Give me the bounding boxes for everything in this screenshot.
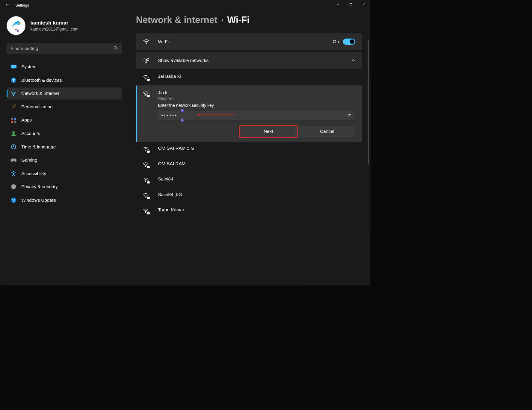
wifi-icon [10, 90, 17, 97]
sidebar-item-gaming[interactable]: Gaming [7, 154, 122, 166]
scrollbar[interactable] [368, 40, 369, 165]
wifi-secured-icon [143, 161, 150, 169]
svg-point-22 [146, 43, 146, 44]
user-profile[interactable]: kamlesh kumar kamlesh2011@gmail.com [7, 16, 122, 35]
cancel-button[interactable]: Cancel [299, 126, 355, 137]
sidebar-item-label: Gaming [21, 157, 37, 163]
wifi-toggle-card: Wi-Fi On [136, 33, 362, 50]
sidebar-item-label: Accounts [21, 131, 40, 136]
nav-list: System Bluetooth & devices Network & int… [7, 61, 122, 206]
svg-point-30 [145, 151, 146, 151]
bluetooth-icon [10, 77, 17, 83]
shield-icon [10, 184, 17, 190]
brush-icon [10, 104, 17, 110]
gamepad-icon [10, 157, 17, 163]
sidebar-item-label: System [21, 64, 37, 69]
svg-point-28 [349, 114, 350, 116]
sidebar-item-time[interactable]: Time & language [7, 141, 122, 153]
network-item-expanded[interactable]: JioJi Secured Enter the network security… [136, 85, 362, 142]
wifi-toggle[interactable] [343, 39, 355, 45]
svg-rect-37 [147, 197, 149, 199]
sidebar-item-label: Time & language [21, 144, 56, 150]
wifi-secured-icon [143, 177, 150, 184]
wifi-secured-icon [143, 146, 150, 154]
sidebar-item-system[interactable]: System [7, 61, 122, 73]
svg-rect-39 [147, 212, 149, 214]
wifi-secured-icon [143, 208, 150, 215]
network-name: Tarun Kumar [158, 207, 185, 213]
minimize-button[interactable] [332, 0, 344, 9]
wifi-label: Wi-Fi [158, 39, 333, 44]
svg-rect-14 [14, 118, 16, 120]
svg-rect-15 [11, 121, 13, 123]
sidebar-item-accessibility[interactable]: Accessibility [7, 168, 122, 180]
search-icon [114, 46, 118, 51]
network-item[interactable]: OM SAI RAM 5 G [136, 142, 362, 157]
sidebar-item-label: Bluetooth & devices [21, 78, 62, 83]
sidebar-item-label: Privacy & security [21, 184, 58, 189]
network-item[interactable]: Saini84_5G [136, 188, 362, 204]
show-networks-card[interactable]: Show available networks [136, 52, 362, 69]
chevron-up-icon [351, 58, 355, 63]
network-name: Saini84_5G [158, 192, 182, 197]
svg-point-20 [13, 171, 14, 172]
breadcrumb-parent[interactable]: Network & internet [136, 15, 217, 25]
svg-point-23 [146, 59, 147, 60]
network-item[interactable]: Jai Baba Ki [136, 70, 362, 86]
svg-rect-35 [147, 182, 149, 183]
network-list: Jai Baba Ki JioJi Secured Enter the netw… [136, 70, 362, 219]
sidebar-item-label: Accessibility [21, 171, 46, 176]
wifi-secured-icon [143, 74, 150, 82]
wifi-secured-icon [143, 192, 150, 200]
next-button[interactable]: Next [240, 126, 297, 137]
svg-rect-27 [147, 95, 149, 97]
chevron-right-icon: › [221, 16, 223, 24]
show-networks-label: Show available networks [158, 58, 352, 63]
sidebar-item-label: Personalization [21, 104, 53, 110]
svg-point-24 [145, 79, 146, 79]
wifi-secured-icon [143, 90, 150, 98]
sidebar-item-network[interactable]: Network & internet [7, 87, 122, 99]
sidebar-item-label: Windows Update [21, 198, 56, 203]
system-icon [10, 64, 17, 70]
sidebar-item-apps[interactable]: Apps [7, 114, 122, 126]
annotation-marker [180, 119, 184, 122]
svg-rect-25 [147, 79, 149, 81]
search-input[interactable] [10, 46, 114, 51]
sidebar-item-update[interactable]: Windows Update [7, 194, 122, 206]
breadcrumb-current: Wi-Fi [227, 15, 250, 25]
security-prompt: Enter the network security key [158, 103, 214, 108]
wifi-state: On [333, 39, 339, 44]
antenna-icon [143, 57, 150, 64]
breadcrumb: Network & internet › Wi-Fi [136, 15, 362, 25]
password-field[interactable] [158, 111, 355, 120]
annotation-marker [180, 109, 184, 112]
sidebar-item-accounts[interactable]: Accounts [7, 127, 122, 139]
sidebar-item-label: Network & internet [21, 91, 59, 96]
svg-rect-9 [10, 65, 16, 69]
reveal-password-icon[interactable] [347, 113, 352, 117]
title-bar: Settings [0, 0, 370, 10]
network-item[interactable]: Saini84 [136, 173, 362, 188]
svg-point-32 [145, 166, 146, 166]
sidebar-item-bluetooth[interactable]: Bluetooth & devices [7, 74, 122, 86]
network-item[interactable]: OM SAI RAM [136, 157, 362, 173]
sidebar-item-personalization[interactable]: Personalization [7, 101, 122, 113]
svg-rect-10 [13, 68, 14, 69]
password-input[interactable] [161, 113, 347, 118]
svg-point-5 [18, 22, 19, 23]
network-name: JioJi [158, 90, 214, 95]
maximize-button[interactable] [344, 0, 357, 9]
sidebar-item-privacy[interactable]: Privacy & security [7, 181, 122, 193]
close-button[interactable] [357, 0, 370, 9]
svg-point-36 [145, 197, 146, 197]
search-box[interactable] [7, 43, 122, 54]
network-item[interactable]: Tarun Kumar [136, 204, 362, 219]
back-button[interactable] [5, 2, 10, 8]
svg-point-7 [114, 46, 117, 49]
person-icon [10, 130, 17, 137]
avatar [7, 16, 25, 35]
svg-point-12 [13, 95, 14, 96]
svg-rect-16 [14, 121, 16, 123]
svg-point-38 [145, 212, 146, 213]
